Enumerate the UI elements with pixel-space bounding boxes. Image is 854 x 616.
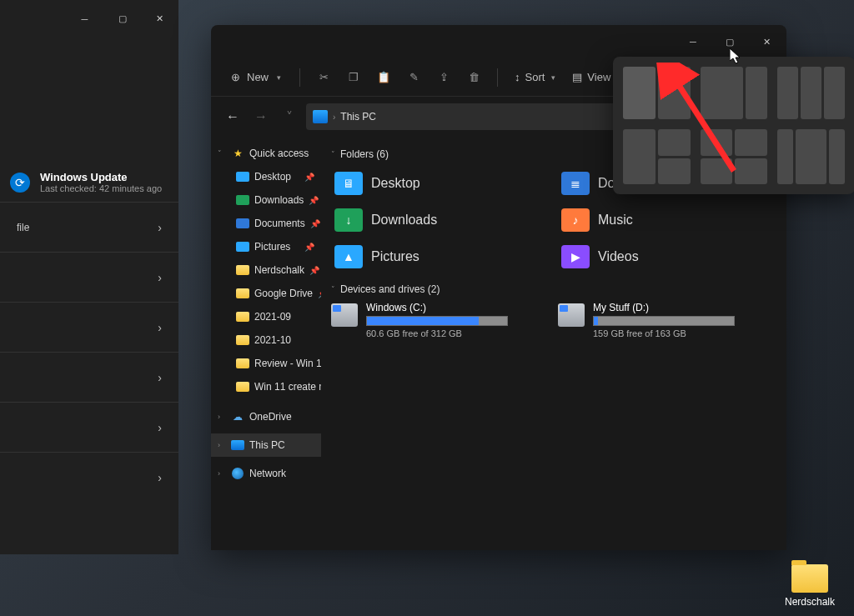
cut-button[interactable]: ✂ (310, 64, 337, 91)
chevron-right-icon: › (218, 469, 226, 478)
snap-layout-option[interactable] (621, 128, 692, 186)
snap-zone[interactable] (701, 67, 744, 119)
settings-item[interactable]: › (0, 352, 178, 402)
snap-zone[interactable] (658, 67, 691, 119)
settings-item[interactable]: file› (0, 202, 178, 252)
windows-update-title: Windows Update (40, 171, 162, 183)
nav-quick-access[interactable]: ˅ ★ Quick access (211, 142, 321, 165)
snap-layouts-popup (613, 57, 854, 194)
snap-zone[interactable] (777, 67, 798, 119)
nav-this-pc[interactable]: › This PC (211, 433, 321, 457)
drive-item[interactable]: Windows (C:)60.6 GB free of 312 GB (331, 302, 550, 338)
nav-folder[interactable]: Review - Win 11 st (211, 352, 321, 375)
drives-group-header[interactable]: ˅ Devices and drives (2) (331, 283, 776, 295)
cloud-icon: ☁ (231, 410, 244, 423)
breadcrumb-location: This PC (340, 111, 376, 123)
minimize-button[interactable]: ─ (66, 0, 103, 38)
desktop-shortcut[interactable]: Nerdschalk (781, 564, 839, 608)
nav-desktop[interactable]: Desktop📌 (211, 165, 321, 188)
nav-folder[interactable]: Nerdschalk📌 (211, 258, 321, 282)
view-icon: ▤ (572, 71, 582, 83)
snap-layout-option[interactable] (621, 65, 692, 121)
file-explorer-window: ─ ▢ ✕ ⊕ New ▾ ✂ ❐ 📋 ✎ ⇪ 🗑 ↕Sort▾ ▤View▾ … (211, 25, 786, 550)
nav-folder[interactable]: 2021-09 (211, 305, 321, 328)
folder-icon: ▶ (561, 245, 590, 268)
up-button[interactable]: ˅ (278, 105, 301, 128)
snap-zone[interactable] (796, 129, 826, 184)
folder-item[interactable]: ▲Pictures (331, 240, 550, 273)
settings-item[interactable]: › (0, 452, 178, 502)
settings-item[interactable]: › (0, 402, 178, 452)
windows-update-subtitle: Last checked: 42 minutes ago (40, 183, 162, 193)
folder-label: Downloads (371, 213, 437, 228)
snap-layout-option[interactable] (699, 65, 770, 121)
desktop-icon (236, 172, 249, 182)
sort-button[interactable]: ↕Sort▾ (508, 66, 562, 88)
nav-network[interactable]: › Network (211, 462, 321, 485)
nav-documents[interactable]: Documents📌 (211, 212, 321, 235)
settings-item[interactable]: › (0, 252, 178, 302)
maximize-button[interactable]: ▢ (103, 0, 141, 38)
forward-button[interactable]: → (249, 105, 273, 128)
chevron-right-icon: › (158, 471, 162, 484)
minimize-button[interactable]: ─ (675, 26, 711, 58)
snap-zone[interactable] (623, 129, 656, 184)
drive-free-text: 60.6 GB free of 312 GB (366, 328, 508, 338)
cut-icon: ✂ (319, 71, 329, 83)
folder-icon (236, 265, 249, 275)
nav-downloads[interactable]: Downloads📌 (211, 188, 321, 212)
close-button[interactable]: ✕ (141, 0, 178, 38)
snap-zone[interactable] (735, 129, 767, 156)
drive-free-text: 159 GB free of 163 GB (593, 328, 735, 338)
folder-item[interactable]: 🖥Desktop (331, 167, 550, 200)
content-pane: ˅ Folders (6) 🖥Desktop≣Documents↓Downloa… (321, 137, 786, 550)
drive-icon (558, 303, 585, 327)
rename-icon: ✎ (409, 71, 419, 83)
snap-zone[interactable] (623, 67, 656, 119)
rename-button[interactable]: ✎ (400, 64, 427, 91)
nav-folder[interactable]: Google Drive📌 (211, 282, 321, 305)
chevron-down-icon: ▾ (277, 73, 281, 82)
paste-button[interactable]: 📋 (370, 64, 397, 91)
snap-zone[interactable] (658, 158, 691, 185)
snap-layout-option[interactable] (776, 65, 846, 121)
trash-icon: 🗑 (469, 71, 480, 83)
nav-folder[interactable]: 2021-10 (211, 328, 321, 352)
paste-icon: 📋 (377, 71, 390, 83)
folder-item[interactable]: ▶Videos (558, 240, 776, 273)
folder-item[interactable]: ↓Downloads (331, 203, 550, 237)
settings-titlebar: ─ ▢ ✕ (0, 0, 178, 38)
delete-button[interactable]: 🗑 (460, 64, 487, 91)
snap-zone[interactable] (658, 129, 691, 156)
share-button[interactable]: ⇪ (430, 64, 457, 91)
chevron-right-icon: › (158, 421, 162, 434)
snap-layout-option[interactable] (776, 128, 846, 186)
close-button[interactable]: ✕ (748, 26, 785, 58)
snap-zone[interactable] (777, 129, 793, 184)
snap-zone[interactable] (824, 67, 845, 119)
drive-item[interactable]: My Stuff (D:)159 GB free of 163 GB (558, 302, 776, 338)
snap-zone[interactable] (701, 158, 733, 185)
snap-zone[interactable] (746, 67, 767, 119)
snap-layout-option[interactable] (699, 128, 770, 186)
copy-button[interactable]: ❐ (340, 64, 367, 91)
drive-usage-bar (593, 316, 735, 326)
settings-item[interactable]: › (0, 302, 178, 352)
folder-item[interactable]: ♪Music (558, 203, 776, 237)
pin-icon: 📌 (309, 266, 319, 275)
nav-pictures[interactable]: Pictures📌 (211, 235, 321, 258)
windows-update-row[interactable]: ⟳ Windows Update Last checked: 42 minute… (0, 163, 178, 202)
snap-zone[interactable] (735, 158, 767, 185)
snap-zone[interactable] (701, 129, 733, 156)
maximize-button[interactable]: ▢ (711, 26, 748, 58)
new-button[interactable]: ⊕ New ▾ (223, 66, 289, 88)
snap-zone[interactable] (829, 129, 845, 184)
back-button[interactable]: ← (221, 105, 244, 128)
drive-icon (331, 303, 358, 327)
nav-onedrive[interactable]: › ☁ OneDrive (211, 405, 321, 428)
chevron-down-icon: ˅ (331, 285, 335, 293)
folder-icon (236, 358, 249, 368)
nav-folder[interactable]: Win 11 create new (211, 375, 321, 398)
chevron-right-icon: › (218, 441, 226, 449)
snap-zone[interactable] (801, 67, 821, 119)
